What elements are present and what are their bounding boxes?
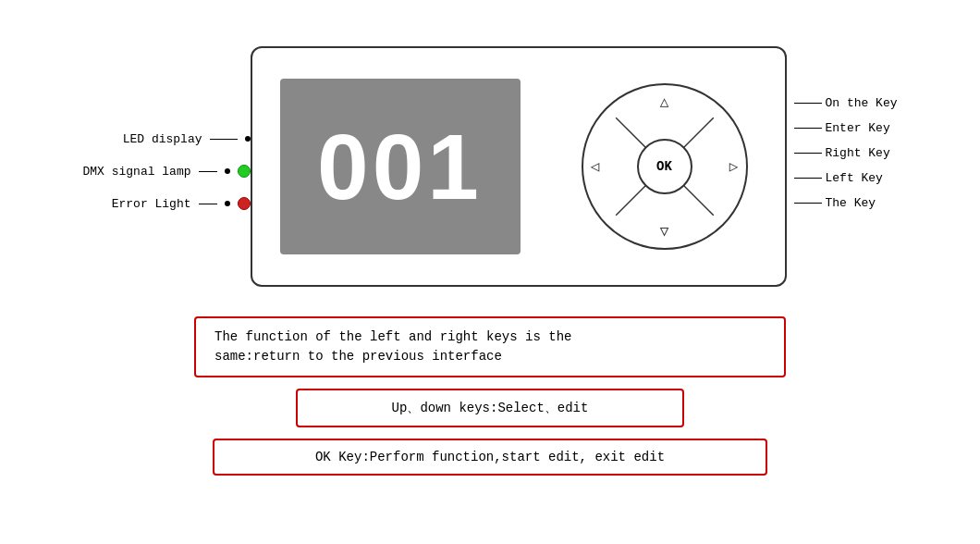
right-key-label-row: Right Key bbox=[794, 146, 898, 160]
ok-button[interactable]: OK bbox=[637, 139, 692, 194]
left-key-label-row: Left Key bbox=[794, 171, 898, 185]
info-box-ok-key: OK Key:Perform function,start edit, exit… bbox=[213, 439, 767, 476]
up-key-label: On the Key bbox=[826, 96, 898, 110]
info-section: The function of the left and right keys … bbox=[0, 316, 980, 476]
left-key-label: Left Key bbox=[826, 171, 883, 185]
nav-circle: △ ▽ ◁ ▷ OK bbox=[582, 83, 748, 250]
info-box-up-down-keys: Up、down keys:Select、edit bbox=[296, 389, 684, 427]
nav-up-arrow[interactable]: △ bbox=[660, 93, 669, 111]
info-box3-text: OK Key:Perform function,start edit, exit… bbox=[315, 450, 665, 464]
nav-down-arrow[interactable]: ▽ bbox=[660, 222, 669, 241]
led-display-label: LED display bbox=[123, 132, 202, 146]
error-connector-line bbox=[199, 204, 217, 204]
error-bullet bbox=[225, 201, 230, 206]
dmx-label-row: DMX signal lamp bbox=[82, 165, 250, 179]
led-bullet bbox=[245, 136, 251, 142]
enter-key-label: Enter Key bbox=[826, 121, 890, 135]
right-labels: On the Key Enter Key Right Key Left Key … bbox=[794, 96, 898, 210]
ok-label: OK bbox=[656, 159, 672, 174]
info-box-left-right-keys: The function of the left and right keys … bbox=[194, 316, 786, 377]
device-section: LED display DMX signal lamp Error Light bbox=[0, 28, 980, 305]
info-box1-line1: The function of the left and right keys … bbox=[214, 329, 571, 344]
right-key-label: Right Key bbox=[826, 146, 890, 160]
up-key-label-row: On the Key bbox=[794, 96, 898, 110]
dmx-connector-line bbox=[199, 171, 217, 172]
dmx-bullet bbox=[225, 168, 230, 174]
dmx-green-dot bbox=[238, 165, 251, 178]
led-display-label-row: LED display bbox=[123, 132, 251, 146]
info-box1-line2: same:return to the previous interface bbox=[214, 349, 502, 364]
info-box2-text: Up、down keys:Select、edit bbox=[392, 401, 589, 415]
device-box: 001 △ ▽ ◁ ▷ bbox=[251, 46, 787, 287]
led-number: 001 bbox=[317, 114, 483, 220]
down-key-label-row: The Key bbox=[794, 196, 898, 210]
enter-key-label-row: Enter Key bbox=[794, 121, 898, 135]
led-display: 001 bbox=[280, 79, 521, 254]
dmx-signal-lamp-label: DMX signal lamp bbox=[82, 165, 190, 179]
nav-right-arrow[interactable]: ▷ bbox=[729, 157, 739, 176]
left-labels: LED display DMX signal lamp Error Light bbox=[82, 132, 250, 211]
down-key-label: The Key bbox=[826, 196, 876, 210]
nav-left-arrow[interactable]: ◁ bbox=[591, 157, 600, 176]
main-container: LED display DMX signal lamp Error Light bbox=[0, 0, 980, 544]
error-red-dot bbox=[238, 197, 251, 210]
error-light-label: Error Light bbox=[112, 197, 191, 211]
error-label-row: Error Light bbox=[112, 197, 251, 211]
led-connector-line bbox=[210, 139, 238, 140]
nav-circle-container: △ ▽ ◁ ▷ OK bbox=[572, 74, 757, 259]
